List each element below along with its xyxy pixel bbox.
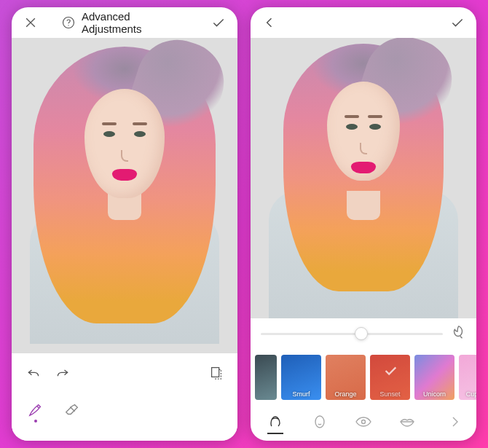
- help-icon[interactable]: [61, 15, 76, 30]
- image-preview: [12, 38, 237, 353]
- close-icon[interactable]: [22, 14, 39, 31]
- swatch-label: Unicorn: [423, 390, 446, 398]
- image-preview: [251, 38, 476, 318]
- check-icon: [382, 363, 398, 382]
- phone-screen-right: SmurfOrangeSunsetUnicornCupcakeSprite: [251, 7, 476, 441]
- swatch-label: Smurf: [292, 390, 310, 398]
- swatch-label: Sunset: [379, 390, 400, 398]
- swatch-smurf[interactable]: Smurf: [281, 355, 321, 400]
- intensity-slider[interactable]: [261, 333, 443, 335]
- tab-face[interactable]: [303, 413, 337, 434]
- swatch-sunset[interactable]: Sunset: [370, 355, 410, 400]
- back-icon[interactable]: [261, 14, 278, 31]
- eraser-tool[interactable]: [64, 402, 80, 423]
- slider-thumb[interactable]: [355, 327, 368, 340]
- svg-point-4: [361, 420, 365, 423]
- swatch-unicorn[interactable]: Unicorn: [414, 355, 454, 400]
- svg-point-1: [68, 25, 68, 25]
- phone-screen-left: Advanced Adjustments: [12, 7, 237, 441]
- svg-rect-2: [212, 368, 219, 377]
- tab-hair[interactable]: [259, 413, 292, 434]
- bottom-toolbar: [12, 353, 237, 441]
- category-tabs: [251, 406, 476, 441]
- undo-icon[interactable]: [25, 365, 42, 382]
- tab-lips[interactable]: [390, 413, 424, 434]
- topbar: Advanced Adjustments: [12, 7, 237, 38]
- swatch-orange[interactable]: Orange: [326, 355, 366, 400]
- confirm-icon[interactable]: [210, 14, 227, 31]
- color-swatch-row: SmurfOrangeSunsetUnicornCupcakeSprite: [251, 349, 476, 406]
- redo-icon[interactable]: [54, 365, 71, 382]
- fine-tune-icon[interactable]: [450, 324, 466, 343]
- brush-tool[interactable]: [28, 402, 44, 423]
- swatch-partial-left[interactable]: [255, 355, 277, 400]
- swatch-label: Cupcake: [466, 390, 476, 398]
- compare-icon[interactable]: [208, 364, 224, 383]
- svg-point-3: [315, 416, 324, 428]
- intensity-slider-row: [251, 318, 476, 349]
- swatch-label: Orange: [334, 390, 356, 398]
- swatch-cupcake[interactable]: Cupcake: [459, 355, 476, 400]
- tab-more[interactable]: [435, 413, 468, 434]
- tab-eyes[interactable]: [347, 413, 380, 434]
- topbar: [251, 7, 476, 38]
- confirm-icon[interactable]: [449, 14, 466, 31]
- page-title: Advanced Adjustments: [82, 10, 188, 35]
